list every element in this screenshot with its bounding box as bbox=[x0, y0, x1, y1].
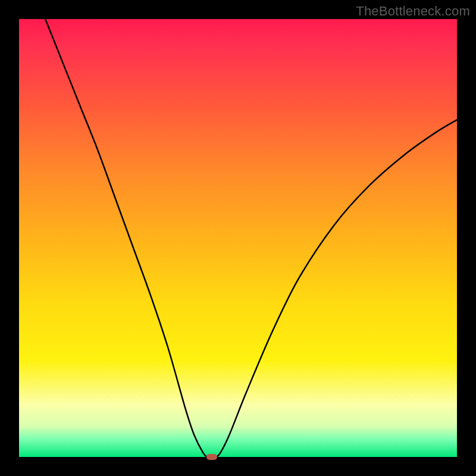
bottleneck-curve bbox=[19, 19, 457, 457]
plot-area bbox=[19, 19, 457, 457]
chart-frame: TheBottleneck.com bbox=[0, 0, 476, 476]
curve-path bbox=[45, 19, 457, 457]
watermark-text: TheBottleneck.com bbox=[356, 4, 470, 19]
optimal-point-marker bbox=[206, 454, 217, 460]
